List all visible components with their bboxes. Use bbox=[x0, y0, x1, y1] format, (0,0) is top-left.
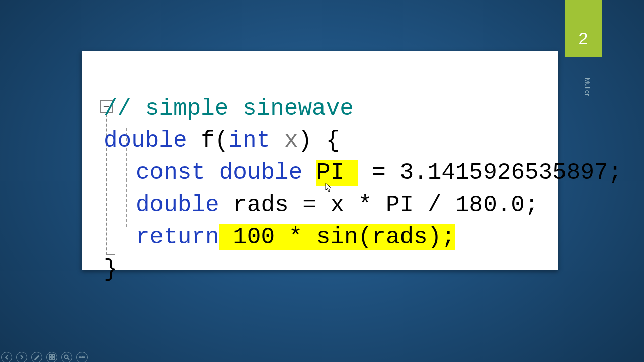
kw-int: int bbox=[228, 128, 270, 154]
code-panel: − // simple sinewave double f(int x) { c… bbox=[82, 51, 558, 270]
chevron-left-icon bbox=[4, 354, 10, 360]
eq-2: = bbox=[289, 192, 331, 218]
kw-const: const bbox=[136, 160, 205, 186]
brace-close: } bbox=[104, 256, 118, 283]
brace-open: { bbox=[326, 128, 340, 154]
id-rads: rads bbox=[233, 192, 288, 218]
eq-1: = bbox=[358, 160, 400, 186]
zoom-button[interactable] bbox=[61, 352, 72, 362]
slide-number-tab: 2 bbox=[565, 0, 602, 57]
pi-value: 3.1415926535897 bbox=[400, 160, 608, 186]
pen-tool-button[interactable] bbox=[31, 352, 42, 362]
code-block: // simple sinewave double f(int x) { con… bbox=[82, 51, 622, 270]
svg-rect-2 bbox=[49, 358, 51, 360]
prev-slide-button[interactable] bbox=[1, 352, 12, 362]
svg-rect-0 bbox=[49, 355, 51, 357]
code-comment: // simple sinewave bbox=[104, 96, 354, 122]
svg-point-6 bbox=[82, 357, 83, 358]
grid-icon bbox=[49, 354, 55, 360]
next-slide-button[interactable] bbox=[16, 352, 27, 362]
magnifier-icon bbox=[64, 354, 70, 360]
kw-return: return bbox=[136, 224, 219, 250]
svg-rect-3 bbox=[52, 358, 54, 360]
semi-1: ; bbox=[608, 160, 622, 186]
kw-double-3: double bbox=[136, 192, 219, 218]
fn-name: f bbox=[201, 128, 215, 154]
hl-return-expr: 100 * sin(rads); bbox=[219, 224, 455, 250]
see-all-slides-button[interactable] bbox=[46, 352, 57, 362]
svg-rect-1 bbox=[52, 355, 54, 357]
svg-point-4 bbox=[65, 355, 68, 359]
presentation-controls bbox=[1, 352, 88, 362]
chevron-right-icon bbox=[19, 354, 25, 360]
kw-double-2: double bbox=[219, 160, 303, 186]
id-pi: PI bbox=[316, 160, 344, 186]
ellipsis-icon bbox=[79, 354, 85, 360]
param-x: x bbox=[284, 128, 298, 154]
svg-point-7 bbox=[84, 357, 85, 358]
expr-rads: x * PI / 180.0 bbox=[331, 192, 525, 218]
slide-number: 2 bbox=[579, 29, 588, 48]
semi-2: ; bbox=[525, 192, 539, 218]
pen-icon bbox=[34, 354, 40, 360]
svg-point-5 bbox=[80, 357, 81, 358]
hl-pi: PI bbox=[316, 160, 358, 186]
more-options-button[interactable] bbox=[76, 352, 88, 362]
kw-double-1: double bbox=[104, 128, 187, 154]
